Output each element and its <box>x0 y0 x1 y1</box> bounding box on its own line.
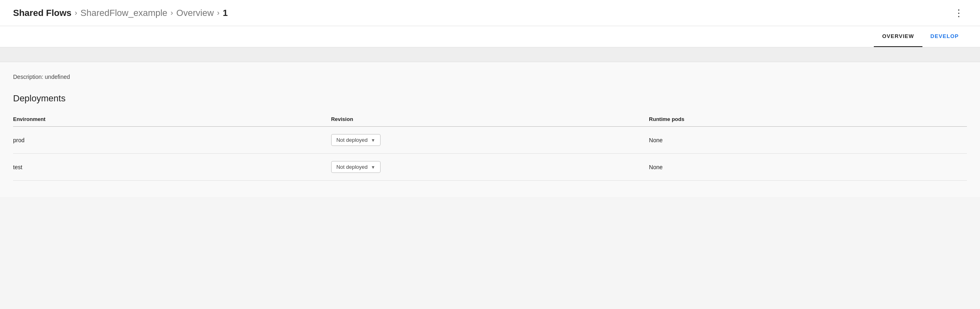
not-deployed-dropdown-prod[interactable]: Not deployed ▼ <box>331 134 381 146</box>
pods-prod: None <box>649 127 967 154</box>
deployments-table: Environment Revision Runtime pods prod N… <box>13 112 967 181</box>
main-content: Description: undefined Deployments Envir… <box>0 62 980 197</box>
breadcrumb-sep-1: › <box>75 9 77 17</box>
deployments-title: Deployments <box>13 93 967 104</box>
col-header-revision: Revision <box>331 112 649 127</box>
chevron-down-icon-prod: ▼ <box>371 138 375 143</box>
more-options-icon[interactable]: ⋮ <box>951 4 967 22</box>
chevron-down-icon-test: ▼ <box>371 165 375 170</box>
tab-develop[interactable]: DEVELOP <box>922 26 967 47</box>
tab-overview[interactable]: OVERVIEW <box>874 26 922 47</box>
tabs-bar: OVERVIEW DEVELOP <box>0 26 980 47</box>
not-deployed-label-prod: Not deployed <box>336 137 368 143</box>
table-row: test Not deployed ▼ None <box>13 154 967 181</box>
table-row: prod Not deployed ▼ None <box>13 127 967 154</box>
header: Shared Flows › SharedFlow_example › Over… <box>0 0 980 26</box>
env-prod: prod <box>13 127 331 154</box>
description-text: Description: undefined <box>13 74 967 80</box>
breadcrumb-revision: 1 <box>223 8 228 18</box>
description-label: Description: <box>13 74 43 80</box>
col-header-environment: Environment <box>13 112 331 127</box>
col-header-runtime-pods: Runtime pods <box>649 112 967 127</box>
pods-test: None <box>649 154 967 181</box>
description-value-text: undefined <box>45 74 70 80</box>
breadcrumb: Shared Flows › SharedFlow_example › Over… <box>13 8 228 18</box>
breadcrumb-sep-3: › <box>217 9 220 17</box>
not-deployed-label-test: Not deployed <box>336 164 368 170</box>
breadcrumb-sharedflow-example[interactable]: SharedFlow_example <box>80 8 167 18</box>
subheader-bar <box>0 47 980 62</box>
breadcrumb-shared-flows[interactable]: Shared Flows <box>13 8 71 18</box>
table-header-row: Environment Revision Runtime pods <box>13 112 967 127</box>
breadcrumb-overview[interactable]: Overview <box>176 8 214 18</box>
revision-test: Not deployed ▼ <box>331 154 649 181</box>
env-test: test <box>13 154 331 181</box>
revision-prod: Not deployed ▼ <box>331 127 649 154</box>
breadcrumb-sep-2: › <box>171 9 173 17</box>
not-deployed-dropdown-test[interactable]: Not deployed ▼ <box>331 161 381 173</box>
